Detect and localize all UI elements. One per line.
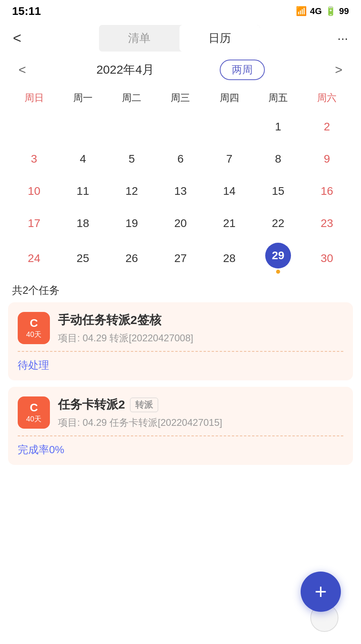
day-header-tue: 周二 — [107, 88, 156, 107]
calendar-day[interactable]: 18 — [58, 207, 107, 239]
prev-month-button[interactable]: < — [14, 61, 31, 79]
task-info: 任务卡转派2转派项目: 04.29 任务卡转派[20220427015] — [58, 396, 343, 429]
day-header-thu: 周四 — [205, 88, 254, 107]
day-number: 20 — [167, 211, 193, 236]
calendar-header: < 2022年4月 两周 > — [10, 60, 351, 80]
calendar-day[interactable]: 23 — [303, 207, 351, 239]
event-dot — [276, 270, 280, 274]
status-icons: 📶 4G 🔋 99 — [296, 6, 349, 17]
calendar-day[interactable]: 4 — [58, 143, 107, 175]
tab-group: 清单 日历 — [99, 25, 260, 52]
calendar-day[interactable]: 25 — [58, 239, 107, 277]
status-time: 15:11 — [12, 5, 41, 18]
calendar-day[interactable]: 2 — [303, 111, 351, 143]
calendar-day[interactable]: 16 — [303, 175, 351, 207]
task-project: 项目: 04.29 转派[20220427008] — [58, 332, 343, 345]
calendar-day[interactable]: 11 — [58, 175, 107, 207]
calendar-day[interactable]: 20 — [156, 207, 205, 239]
task-divider — [18, 351, 343, 352]
calendar-section: < 2022年4月 两周 > 周日 周一 周二 周三 周四 周五 周六 1234… — [0, 56, 361, 277]
task-card[interactable]: C 40天 任务卡转派2转派项目: 04.29 任务卡转派[2022042701… — [8, 387, 353, 465]
task-status[interactable]: 完成率0% — [18, 443, 343, 465]
battery-icon: 🔋 — [325, 6, 336, 17]
calendar-day[interactable]: 9 — [303, 143, 351, 175]
calendar-day — [107, 111, 156, 143]
calendar-day[interactable]: 21 — [205, 207, 254, 239]
calendar-day[interactable]: 27 — [156, 239, 205, 277]
more-button[interactable]: ··· — [334, 31, 351, 46]
calendar-day[interactable]: 7 — [205, 143, 254, 175]
task-title-row: 任务卡转派2转派 — [58, 396, 343, 413]
task-icon-days: 40天 — [26, 414, 41, 424]
day-number: 15 — [265, 178, 291, 204]
calendar-day[interactable]: 14 — [205, 175, 254, 207]
task-icon: C 40天 — [18, 396, 50, 429]
tab-list[interactable]: 清单 — [99, 25, 179, 52]
day-header-mon: 周一 — [58, 88, 107, 107]
day-number: 2 — [314, 114, 340, 140]
calendar-day[interactable]: 10 — [10, 175, 58, 207]
day-number: 8 — [265, 146, 291, 172]
task-project: 项目: 04.29 任务卡转派[20220427015] — [58, 416, 343, 429]
day-number: 22 — [265, 211, 291, 236]
calendar-day[interactable]: 15 — [254, 175, 302, 207]
back-button[interactable]: < — [10, 30, 25, 47]
day-number: 25 — [70, 246, 96, 271]
day-number: 30 — [314, 246, 340, 271]
calendar-day — [205, 111, 254, 143]
day-number: 14 — [217, 178, 242, 204]
calendar-day[interactable]: 29 — [254, 239, 302, 277]
calendar-day[interactable]: 1 — [254, 111, 302, 143]
two-week-button[interactable]: 两周 — [220, 60, 265, 80]
calendar-day — [58, 111, 107, 143]
day-number: 16 — [314, 178, 340, 204]
day-number: 6 — [167, 146, 193, 172]
calendar-day[interactable]: 19 — [107, 207, 156, 239]
calendar-day[interactable]: 26 — [107, 239, 156, 277]
task-icon-symbol: C — [30, 317, 38, 330]
day-number: 4 — [70, 146, 96, 172]
task-divider — [18, 436, 343, 436]
day-number: 13 — [167, 178, 193, 204]
day-header-wed: 周三 — [156, 88, 205, 107]
status-bar: 15:11 📶 4G 🔋 99 — [0, 0, 361, 21]
day-header-sat: 周六 — [303, 88, 351, 107]
task-title-text: 任务卡转派2 — [58, 396, 125, 413]
task-list: C 40天 手动任务转派2签核项目: 04.29 转派[20220427008]… — [0, 302, 361, 465]
calendar-day[interactable]: 6 — [156, 143, 205, 175]
day-number: 9 — [314, 146, 340, 172]
calendar-day[interactable]: 22 — [254, 207, 302, 239]
next-month-button[interactable]: > — [330, 61, 347, 79]
fab-button[interactable]: + — [301, 572, 341, 612]
day-number: 12 — [119, 178, 144, 204]
day-number: 27 — [167, 246, 193, 271]
calendar-title: 2022年4月 — [96, 62, 154, 78]
calendar-day[interactable]: 17 — [10, 207, 58, 239]
day-number: 1 — [265, 114, 291, 140]
day-number: 21 — [217, 211, 242, 236]
task-icon-symbol: C — [30, 401, 38, 414]
calendar-day[interactable]: 28 — [205, 239, 254, 277]
calendar-day[interactable]: 30 — [303, 239, 351, 277]
task-info: 手动任务转派2签核项目: 04.29 转派[20220427008] — [58, 312, 343, 345]
calendar-day[interactable]: 12 — [107, 175, 156, 207]
task-tag: 转派 — [130, 398, 158, 412]
task-status[interactable]: 待处理 — [18, 358, 343, 380]
calendar-grid: 1234567891011121314151617181920212223242… — [10, 111, 351, 277]
day-number: 28 — [217, 246, 242, 271]
calendar-day[interactable]: 8 — [254, 143, 302, 175]
calendar-day[interactable]: 3 — [10, 143, 58, 175]
task-icon-days: 40天 — [26, 330, 41, 339]
calendar-day[interactable]: 24 — [10, 239, 58, 277]
task-card[interactable]: C 40天 手动任务转派2签核项目: 04.29 转派[20220427008]… — [8, 302, 353, 380]
task-card-header: C 40天 任务卡转派2转派项目: 04.29 任务卡转派[2022042701… — [18, 396, 343, 429]
day-number: 18 — [70, 211, 96, 236]
day-header-fri: 周五 — [254, 88, 302, 107]
day-headers: 周日 周一 周二 周三 周四 周五 周六 — [10, 88, 351, 107]
calendar-day[interactable]: 13 — [156, 175, 205, 207]
tab-calendar[interactable]: 日历 — [179, 25, 260, 52]
calendar-day — [10, 111, 58, 143]
day-number: 10 — [21, 178, 47, 204]
calendar-day[interactable]: 5 — [107, 143, 156, 175]
task-icon: C 40天 — [18, 312, 50, 344]
